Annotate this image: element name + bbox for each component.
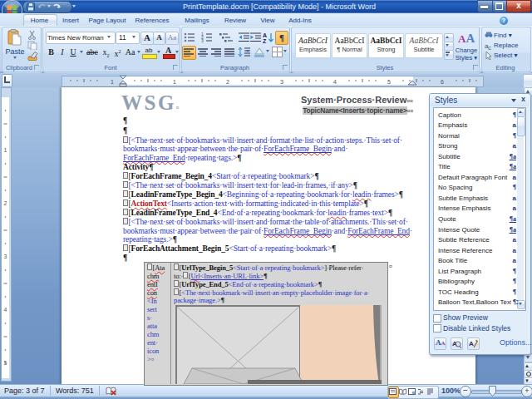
svg-text:1: 1	[173, 79, 176, 85]
svg-text:2: 2	[226, 79, 229, 85]
svg-text:3: 3	[4, 254, 7, 259]
svg-text:5: 5	[387, 79, 391, 85]
svg-text:6: 6	[441, 79, 444, 85]
svg-text:4: 4	[4, 307, 7, 313]
svg-text:1: 1	[4, 147, 7, 153]
svg-text:A: A	[469, 340, 474, 347]
svg-text:1: 1	[111, 79, 114, 85]
svg-text:3: 3	[201, 38, 204, 42]
svg-text:4: 4	[333, 79, 337, 85]
svg-text:2: 2	[4, 200, 7, 206]
svg-text:3: 3	[280, 79, 283, 85]
svg-text:A: A	[263, 32, 267, 38]
svg-text:Z: Z	[263, 38, 267, 43]
svg-text:c: c	[488, 44, 491, 50]
